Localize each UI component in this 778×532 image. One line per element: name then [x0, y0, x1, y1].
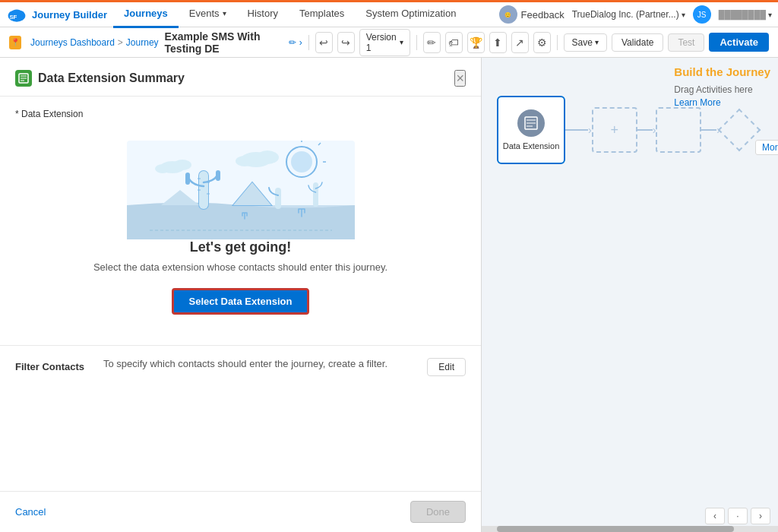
lets-get-going-text: Let's get going!	[190, 239, 291, 255]
panel-footer: Cancel Done	[0, 491, 481, 532]
done-button: Done	[410, 501, 466, 523]
edit-filter-button[interactable]: Edit	[427, 358, 466, 376]
diamond-node-wrapper[interactable]	[720, 111, 758, 149]
illustration-area: Let's get going! Select the data extensi…	[15, 128, 466, 333]
cancel-button[interactable]: Cancel	[15, 506, 46, 518]
connector-2: ›	[637, 124, 656, 136]
filter-description: To specify which contacts should enter t…	[103, 358, 415, 369]
journey-name: Example SMS With Testing DE	[165, 30, 286, 55]
version-dropdown-icon: ▾	[400, 38, 403, 46]
empty-node-2[interactable]	[656, 107, 701, 153]
app-title: Journey Builder	[32, 9, 107, 21]
nav-right: 😊 Feedback TrueDialog Inc. (Partner...) …	[499, 5, 772, 24]
data-extension-section: * Data Extension	[0, 97, 481, 346]
save-dropdown-icon: ▾	[595, 38, 599, 46]
subtitle-text: Select the data extension whose contacts…	[93, 261, 387, 273]
breadcrumb: Journeys Dashboard > Journey	[30, 37, 158, 48]
pagination-controls: ‹ · ›	[705, 508, 770, 524]
tag-icon-btn[interactable]: 🏷	[445, 32, 463, 53]
settings-icon-btn[interactable]: ⚙	[533, 32, 551, 53]
panel-header: Data Extension Summary ×	[0, 58, 481, 97]
right-panel: Build the Journey Drag Activities here L…	[482, 58, 778, 532]
nav-tabs: Journeys Events ▾ History Templates Syst…	[113, 1, 499, 28]
breadcrumb-home[interactable]: Journeys Dashboard	[30, 37, 115, 48]
user-name-hidden: ████████	[719, 10, 766, 19]
select-data-extension-button[interactable]: Select Data Extension	[172, 288, 310, 315]
filter-contacts-label: Filter Contacts	[15, 358, 91, 372]
panel-title-icon	[15, 70, 32, 87]
svg-point-19	[236, 156, 254, 166]
close-panel-button[interactable]: ×	[454, 70, 466, 87]
svg-rect-30	[275, 188, 281, 209]
data-extension-node[interactable]: Data Extension	[497, 96, 565, 164]
feedback-link[interactable]: 😊 Feedback	[499, 5, 565, 24]
breadcrumb-page[interactable]: Journey	[126, 37, 159, 48]
main-layout: Data Extension Summary × * Data Extensio…	[0, 58, 778, 532]
nav-tab-journeys[interactable]: Journeys	[113, 1, 179, 28]
journey-canvas: Build the Journey Drag Activities here L…	[482, 58, 778, 532]
desert-illustration	[127, 141, 355, 239]
nav-tab-events[interactable]: Events ▾	[179, 1, 237, 28]
svg-text:SF: SF	[9, 14, 17, 21]
events-dropdown-icon: ▾	[223, 9, 226, 17]
svg-point-18	[256, 150, 279, 164]
nav-tab-history[interactable]: History	[237, 1, 289, 28]
next-page-button[interactable]: ›	[751, 508, 770, 524]
account-dropdown-icon: ▾	[682, 11, 685, 19]
svg-rect-31	[313, 182, 318, 207]
navigate-icon[interactable]: ›	[299, 37, 302, 48]
nav-tab-system-optimization[interactable]: System Optimization	[355, 1, 466, 28]
export-icon-btn[interactable]: ⬆	[489, 32, 507, 53]
more-button[interactable]: More	[755, 141, 778, 153]
left-panel: Data Extension Summary × * Data Extensio…	[0, 58, 482, 532]
svg-point-22	[155, 164, 170, 173]
separator-2	[416, 35, 417, 50]
trophy-icon-btn[interactable]: 🏆	[467, 32, 485, 53]
feedback-icon: 😊	[499, 5, 517, 24]
account-switcher[interactable]: TrueDialog Inc. (Partner...) ▾	[572, 9, 685, 20]
svg-point-21	[173, 160, 191, 170]
user-menu[interactable]: ████████ ▾	[719, 10, 772, 19]
panel-body: * Data Extension	[0, 97, 481, 491]
redo-button[interactable]: ↪	[337, 32, 355, 53]
data-extension-node-icon	[517, 109, 545, 137]
app-logo[interactable]: SF Journey Builder	[6, 4, 107, 25]
toolbar: 📍 Journeys Dashboard > Journey Example S…	[0, 27, 778, 58]
separator-3	[557, 35, 558, 50]
user-dropdown-icon: ▾	[768, 11, 772, 19]
user-avatar[interactable]: JS	[693, 5, 711, 24]
top-nav: SF Journey Builder Journeys Events ▾ His…	[0, 0, 778, 27]
edit-name-icon[interactable]: ✏	[289, 37, 296, 48]
panel-title: Data Extension Summary	[15, 70, 185, 87]
undo-button[interactable]: ↩	[315, 32, 333, 53]
test-button: Test	[668, 33, 704, 52]
journey-pin-icon: 📍	[9, 36, 21, 49]
svg-text:😊: 😊	[504, 11, 511, 18]
scrollbar-thumb	[497, 526, 734, 532]
journey-flow: Data Extension › + ›	[497, 96, 763, 164]
nav-tab-templates[interactable]: Templates	[289, 1, 355, 28]
build-journey-title: Build the Journey	[674, 65, 770, 78]
de-section-label: * Data Extension	[15, 109, 466, 119]
pencil-icon-btn[interactable]: ✏	[423, 32, 441, 53]
filter-contacts-section: Filter Contacts To specify which contact…	[0, 346, 481, 388]
horizontal-scrollbar[interactable]	[482, 526, 778, 532]
empty-node-1[interactable]: +	[592, 107, 637, 153]
activate-button[interactable]: Activate	[709, 33, 769, 52]
svg-point-13	[291, 151, 312, 173]
share-icon-btn[interactable]: ↗	[511, 32, 529, 53]
prev-page-button[interactable]: ‹	[705, 508, 725, 524]
validate-button[interactable]: Validate	[612, 33, 663, 52]
version-selector[interactable]: Version 1 ▾	[359, 29, 410, 56]
data-extension-node-label: Data Extension	[503, 141, 560, 150]
toolbar-actions: Example SMS With Testing DE ✏ › ↩ ↪ Vers…	[165, 29, 769, 56]
separator-1	[308, 35, 309, 50]
salesforce-logo-icon: SF	[6, 4, 27, 25]
breadcrumb-sep1: >	[118, 37, 123, 48]
connector-1: ›	[565, 124, 592, 136]
filter-row: Filter Contacts To specify which contact…	[15, 358, 466, 376]
dot-page-button[interactable]: ·	[728, 508, 748, 524]
save-button[interactable]: Save ▾	[564, 33, 607, 52]
